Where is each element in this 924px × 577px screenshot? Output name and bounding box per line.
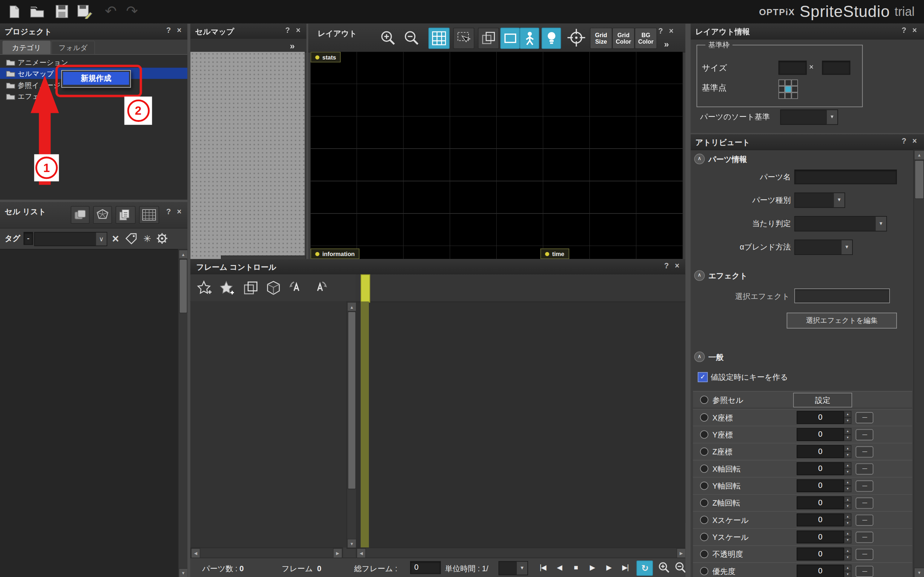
- interpolation-button[interactable]: ----: [856, 412, 874, 423]
- layout-info-help-button[interactable]: ?: [899, 26, 908, 35]
- collapse-icon[interactable]: ∧: [694, 351, 704, 362]
- stop-button[interactable]: ■: [568, 561, 583, 574]
- cellmap-close-button[interactable]: ×: [294, 26, 303, 35]
- total-frames-input[interactable]: 0: [410, 561, 441, 574]
- interpolation-button[interactable]: ----: [856, 463, 874, 475]
- attr-row-z-pos[interactable]: Z座標 0 ▲▼ ----: [693, 443, 912, 461]
- tab-folder[interactable]: フォルダ: [51, 41, 95, 55]
- attr-spinner[interactable]: ▲▼: [844, 462, 851, 475]
- scroll-left-icon[interactable]: ◀: [191, 548, 200, 558]
- attr-row-x-rot[interactable]: X軸回転 0 ▲▼ ----: [693, 460, 912, 477]
- spin-up-icon[interactable]: ▲: [844, 496, 851, 503]
- tag-filter-dropdown[interactable]: ∨: [34, 232, 107, 246]
- attr-row-y-pos[interactable]: Y座標 0 ▲▼ ----: [693, 425, 912, 443]
- stats-tag[interactable]: stats: [310, 52, 341, 62]
- grid-color-button[interactable]: Grid Color: [612, 28, 635, 49]
- add-null-part-button[interactable]: [217, 279, 235, 297]
- new-cell-button[interactable]: [71, 206, 89, 224]
- cell-list-scrollbar[interactable]: ▲ ▼: [178, 249, 187, 577]
- spin-up-icon[interactable]: ▲: [844, 445, 851, 451]
- attr-value-input[interactable]: 0: [796, 445, 844, 458]
- scroll-down-icon[interactable]: ▼: [914, 567, 924, 577]
- prev-frame-button[interactable]: ◀: [551, 561, 567, 574]
- scroll-down-icon[interactable]: ▼: [179, 568, 187, 577]
- alpha-blend-dropdown[interactable]: ▼: [795, 239, 853, 255]
- zoom-out-button[interactable]: [402, 29, 420, 47]
- spin-down-icon[interactable]: ▼: [844, 417, 851, 424]
- attr-row-priority[interactable]: 優先度 0 ▲▼ ----: [693, 562, 912, 577]
- parts-hscrollbar[interactable]: ◀ ▶: [190, 548, 343, 559]
- attr-spinner[interactable]: ▲▼: [844, 411, 851, 424]
- cellmap-expand-button[interactable]: »: [286, 39, 298, 52]
- effect-edit-button[interactable]: 選択エフェクトを編集: [787, 313, 897, 329]
- collapse-icon[interactable]: ∧: [694, 154, 704, 164]
- cell-list-close-button[interactable]: ×: [174, 207, 184, 217]
- attr-row-z-rot[interactable]: Z軸回転 0 ▲▼ ----: [693, 494, 912, 512]
- section-effect[interactable]: ∧ エフェクト: [690, 268, 912, 282]
- scrollbar-thumb[interactable]: [914, 160, 924, 199]
- attr-value-input[interactable]: 0: [796, 530, 844, 543]
- frame-control-close-button[interactable]: ×: [672, 261, 682, 271]
- first-frame-button[interactable]: |◀: [535, 561, 550, 574]
- layout-canvas[interactable]: stats information time: [310, 52, 683, 259]
- attr-value-input[interactable]: 0: [796, 565, 844, 577]
- spin-down-icon[interactable]: ▼: [844, 469, 851, 475]
- spin-down-icon[interactable]: ▼: [844, 435, 851, 441]
- attr-radio[interactable]: [700, 448, 709, 456]
- origin-cell[interactable]: [785, 92, 792, 99]
- attr-radio[interactable]: [700, 482, 709, 490]
- scroll-right-icon[interactable]: ▶: [333, 548, 342, 558]
- cellmap-view[interactable]: 0, 0: [190, 52, 305, 259]
- attr-radio[interactable]: [700, 499, 709, 507]
- spin-up-icon[interactable]: ▲: [844, 548, 851, 554]
- sort-basis-dropdown[interactable]: ▼: [780, 110, 838, 125]
- origin-cell[interactable]: [792, 92, 798, 99]
- interpolation-button[interactable]: ----: [856, 480, 874, 492]
- effect-select-input[interactable]: [795, 288, 890, 303]
- spin-down-icon[interactable]: ▼: [844, 554, 851, 561]
- information-tag[interactable]: information: [310, 248, 360, 259]
- loop-toggle-button[interactable]: ↻: [636, 561, 653, 575]
- parts-list-area[interactable]: [190, 301, 347, 548]
- frame-vscrollbar[interactable]: ▲ ▼: [347, 301, 357, 549]
- duplicate-view-button[interactable]: [478, 28, 499, 49]
- hit-check-dropdown[interactable]: ▼: [795, 216, 887, 231]
- attribute-close-button[interactable]: ×: [910, 137, 919, 146]
- last-frame-button[interactable]: ▶|: [617, 561, 633, 574]
- scroll-down-icon[interactable]: ▼: [347, 539, 357, 548]
- zoom-in-button[interactable]: [379, 29, 397, 47]
- collapse-icon[interactable]: ∧: [694, 270, 704, 280]
- cell-list-content[interactable]: [0, 249, 178, 577]
- tab-category[interactable]: カテゴリ: [3, 41, 51, 55]
- timeline-ruler[interactable]: [356, 274, 685, 302]
- interpolation-button[interactable]: ----: [856, 515, 874, 526]
- spin-down-icon[interactable]: ▼: [844, 571, 851, 577]
- attr-value-input[interactable]: 0: [796, 548, 844, 561]
- attr-spinner[interactable]: ▲▼: [844, 565, 851, 577]
- spin-up-icon[interactable]: ▲: [844, 565, 851, 571]
- origin-cell[interactable]: [785, 79, 792, 86]
- attribute-scrollbar[interactable]: ▲ ▼: [914, 150, 924, 577]
- scroll-up-icon[interactable]: ▲: [347, 302, 357, 311]
- spin-up-icon[interactable]: ▲: [844, 514, 851, 520]
- rotate-cw-button[interactable]: [310, 279, 329, 297]
- origin-cell[interactable]: [779, 86, 785, 92]
- spin-up-icon[interactable]: ▲: [844, 411, 851, 417]
- ref-cell-row[interactable]: 参照セル 設定: [693, 391, 912, 409]
- grid-toggle-button[interactable]: [428, 28, 450, 49]
- timeline-area[interactable]: [356, 274, 685, 548]
- origin-cell[interactable]: [792, 86, 798, 92]
- timeline-zoom-out-button[interactable]: [674, 561, 685, 574]
- interpolation-button[interactable]: ----: [856, 549, 874, 560]
- tag-clear-button[interactable]: ×: [108, 231, 122, 246]
- attr-radio[interactable]: [700, 430, 709, 438]
- layout-info-close-button[interactable]: ×: [910, 26, 919, 35]
- attr-radio[interactable]: [700, 516, 709, 524]
- spin-down-icon[interactable]: ▼: [844, 537, 851, 543]
- frame-control-help-button[interactable]: ?: [662, 261, 671, 271]
- spin-down-icon[interactable]: ▼: [844, 503, 851, 509]
- project-help-button[interactable]: ?: [164, 26, 173, 35]
- size-height-input[interactable]: [822, 61, 850, 75]
- origin-cell[interactable]: [779, 79, 785, 86]
- interpolation-button[interactable]: ----: [856, 532, 874, 543]
